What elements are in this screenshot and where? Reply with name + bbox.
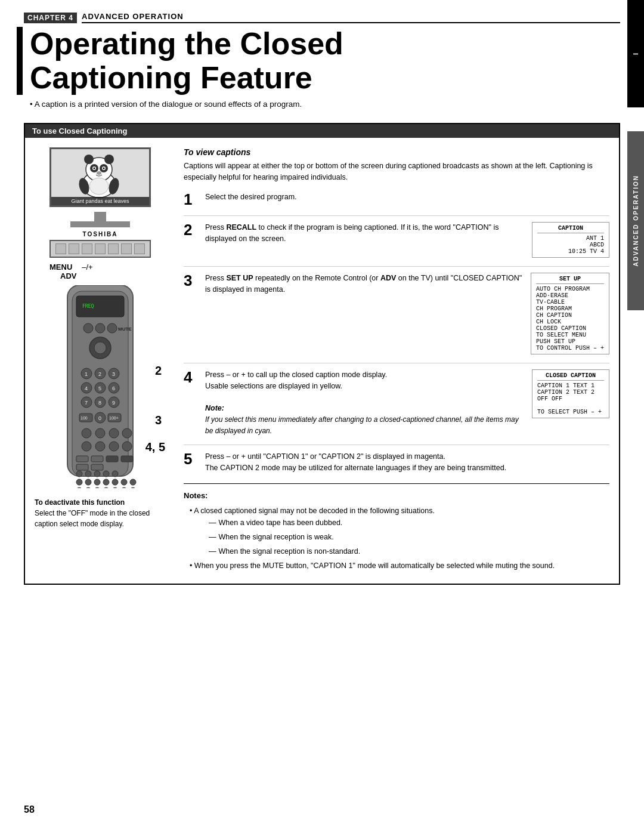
svg-point-75	[85, 488, 91, 488]
chapter-bar: CHAPTER 4 ADVANCED OPERATION	[24, 12, 620, 23]
deactivate-text: Select the "OFF" mode in the closed capt…	[35, 509, 150, 528]
svg-rect-57	[91, 456, 103, 462]
chapter-badge: CHAPTER 4	[24, 13, 77, 23]
minus-plus-label: –/+	[82, 263, 92, 272]
step-4: 4 Press – or + to call up the closed cap…	[184, 369, 609, 437]
note-item-1: • A closed captioned signal may not be d…	[190, 505, 609, 557]
tv-stand-neck	[94, 212, 106, 221]
info-box-setup-header: SET UP	[536, 276, 604, 284]
step-5-num: 5	[184, 451, 198, 467]
tv-button	[108, 243, 119, 254]
step-4-content: Press – or + to call up the closed capti…	[205, 369, 525, 437]
step-1-num: 1	[184, 192, 198, 207]
info-box-closed-caption-content: CAPTION 1 TEXT 1 CAPTION 2 TEXT 2 OFF OF…	[537, 382, 604, 415]
info-box-caption: CAPTION ANT 1 ABCD 10:25 TV 4	[532, 222, 609, 258]
svg-point-69	[94, 479, 100, 485]
svg-rect-58	[106, 456, 118, 462]
svg-text:2: 2	[98, 371, 101, 377]
tv-buttons	[55, 243, 145, 254]
toshiba-label: TOSHIBA	[83, 231, 118, 237]
step-3-content: Press SET UP repeatedly on the Remote Co…	[205, 273, 524, 295]
note-item-2: • When you press the MUTE button, "CAPTI…	[190, 560, 609, 572]
tv-button	[121, 243, 132, 254]
svg-text:6: 6	[112, 385, 115, 391]
remote-control: FREQ MUTE 1 2	[49, 285, 151, 490]
info-box-setup-content: AUTO CH PROGRAM ADD·ERASE TV·CABLE CH PR…	[536, 286, 604, 351]
svg-point-64	[94, 471, 100, 477]
svg-point-52	[82, 442, 91, 451]
tv-stand	[49, 212, 151, 227]
step-divider-2	[184, 266, 609, 267]
svg-point-51	[122, 428, 132, 438]
svg-point-13	[89, 178, 109, 195]
svg-point-67	[76, 479, 82, 485]
adv-label: ADV	[49, 272, 151, 280]
step-2-num: 2	[184, 222, 198, 237]
page-subtitle: • A caption is a printed version of the …	[30, 100, 620, 109]
svg-point-19	[95, 323, 105, 333]
remote-num-2: 2	[155, 364, 162, 378]
svg-point-50	[109, 428, 119, 438]
svg-point-8	[94, 168, 95, 169]
svg-text:7: 7	[85, 400, 88, 406]
svg-text:FREQ: FREQ	[82, 304, 94, 309]
tv-screen: Giant pandas eat leaves	[49, 147, 151, 207]
step-3-num: 3	[184, 273, 198, 288]
tv-stand-base	[70, 221, 130, 227]
svg-text:1: 1	[85, 371, 88, 377]
page-number: 58	[24, 804, 35, 815]
view-captions-title: To view captions	[184, 147, 609, 157]
svg-point-3	[104, 155, 114, 164]
svg-point-78	[112, 488, 118, 488]
deactivate-title: To deactivate this function	[35, 498, 125, 507]
svg-point-76	[94, 488, 100, 488]
remote-num-3: 3	[155, 414, 162, 427]
section-box-header: To use Closed Captioning	[25, 124, 619, 138]
svg-text:4: 4	[85, 385, 88, 391]
tv-button	[82, 243, 92, 254]
svg-rect-60	[76, 464, 88, 470]
svg-point-18	[83, 323, 93, 333]
svg-point-73	[130, 479, 136, 485]
panda-illustration	[72, 152, 126, 199]
step-divider-3	[184, 363, 609, 363]
deactivate-note: To deactivate this function Select the "…	[35, 497, 166, 529]
svg-text:MUTE: MUTE	[118, 326, 132, 332]
view-captions-desc: Captions will appear at either the top o…	[184, 161, 609, 183]
left-column: Giant pandas eat leaves TOSHIBA	[35, 147, 166, 573]
side-label-top-text: I	[632, 52, 639, 55]
svg-point-71	[112, 479, 118, 485]
side-label-bottom-text: ADVANCED OPERATION	[633, 175, 639, 266]
svg-text:8: 8	[98, 400, 101, 406]
step-divider-4	[184, 445, 609, 445]
step-5: 5 Press – or + until "CAPTION 1" or "CAP…	[184, 451, 609, 474]
tv-button	[69, 243, 79, 254]
svg-point-77	[103, 488, 109, 488]
svg-text:100: 100	[80, 416, 88, 420]
info-box-caption-header: CAPTION	[537, 225, 604, 233]
note-sub-list: When a video tape has been dubbed. When …	[190, 517, 609, 557]
svg-point-53	[95, 442, 105, 451]
section-box: To use Closed Captioning	[24, 123, 620, 584]
svg-text:9: 9	[112, 400, 115, 406]
svg-point-49	[95, 428, 105, 438]
svg-point-63	[85, 471, 91, 477]
step-1-content: Select the desired program.	[205, 192, 609, 203]
tv-button	[55, 243, 66, 254]
info-box-caption-content: ANT 1 ABCD 10:25 TV 4	[537, 235, 604, 255]
step-1: 1 Select the desired program.	[184, 192, 609, 207]
tv-control-bar	[49, 240, 151, 258]
step-3: 3 Press SET UP repeatedly on the Remote …	[184, 273, 609, 354]
page-main-title: Operating the Closed Captioning Feature	[17, 27, 620, 95]
note-sub-2: When the signal reception is weak.	[209, 531, 609, 543]
tv-caption-text: Giant pandas eat leaves	[51, 197, 149, 205]
info-box-closed-caption-header: CLOSED CAPTION	[537, 372, 604, 381]
menu-label-row: MENU –/+	[49, 263, 151, 272]
svg-point-62	[76, 471, 82, 477]
note-sub-1: When a video tape has been dubbed.	[209, 517, 609, 529]
svg-point-2	[84, 155, 94, 164]
svg-point-55	[122, 442, 132, 451]
step-5-content: Press – or + until "CAPTION 1" or "CAPTI…	[205, 451, 609, 474]
svg-point-70	[103, 479, 109, 485]
svg-point-66	[112, 471, 118, 477]
